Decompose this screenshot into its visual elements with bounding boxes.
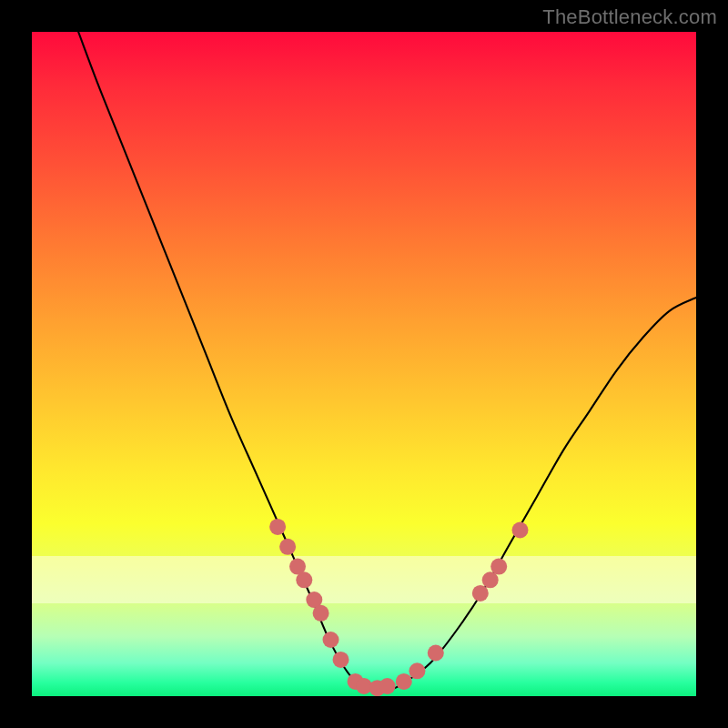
watermark-text: TheBottleneck.com xyxy=(542,5,717,29)
chart-stage: TheBottleneck.com xyxy=(0,0,728,728)
highlight-dot xyxy=(396,673,412,690)
highlight-dot xyxy=(279,539,296,555)
bottleneck-curve xyxy=(78,32,696,691)
highlight-dot xyxy=(296,571,312,588)
highlight-dots xyxy=(269,519,528,696)
highlight-dot xyxy=(313,605,329,622)
highlight-dot xyxy=(409,662,425,679)
curve-layer xyxy=(32,32,696,696)
highlight-dot xyxy=(490,559,507,575)
plot-area xyxy=(32,32,696,696)
highlight-dot xyxy=(323,632,339,648)
highlight-dot xyxy=(428,645,444,662)
highlight-dot xyxy=(379,678,396,694)
highlight-dot xyxy=(269,519,286,535)
highlight-dot xyxy=(472,585,489,602)
highlight-dot xyxy=(333,652,349,668)
highlight-dot xyxy=(512,522,529,539)
